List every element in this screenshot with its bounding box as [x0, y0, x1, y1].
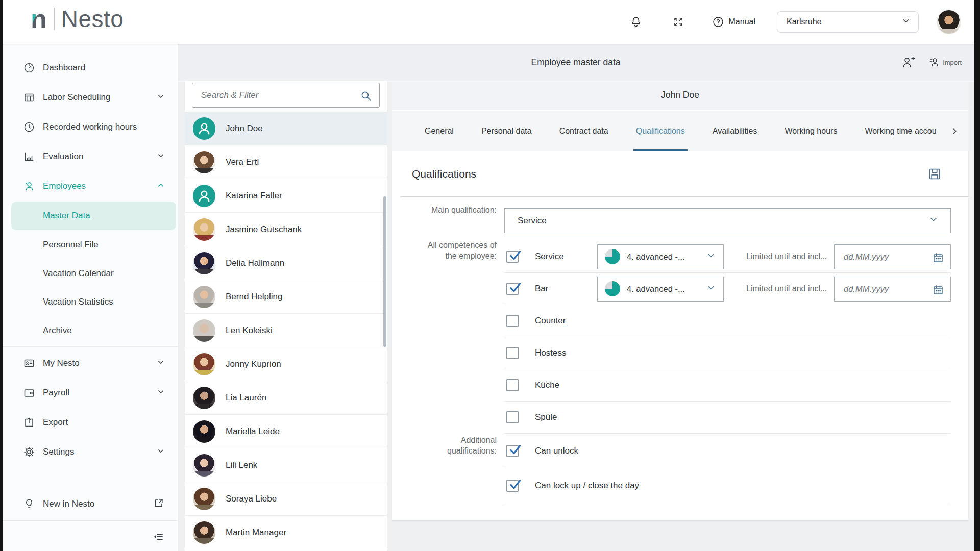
list-scrollbar[interactable] — [383, 196, 386, 347]
sidebar-item-personnel-file[interactable]: Personnel File — [3, 231, 178, 259]
employee-row[interactable]: Len Koleiski — [185, 314, 387, 347]
nesto-logo[interactable]: n Nesto — [31, 5, 124, 33]
competence-name: Counter — [535, 316, 597, 326]
sidebar-item-master-data[interactable]: Master Data — [11, 202, 176, 230]
additional-checkbox[interactable] — [506, 445, 519, 457]
sidebar-item-employees[interactable]: Employees — [3, 171, 178, 201]
logo-wordmark: Nesto — [61, 5, 124, 33]
limited-date-field — [834, 277, 951, 302]
sidebar-item-label: Vacation Calendar — [43, 268, 114, 279]
employee-row[interactable]: Vera Ertl — [185, 145, 387, 179]
competences-list: Service 4. advanced -... Limited until a… — [504, 241, 951, 503]
date-input[interactable] — [835, 284, 930, 294]
employee-row[interactable]: Lia Laurén — [185, 381, 387, 415]
location-value: Karlsruhe — [787, 17, 821, 27]
main-qualification-value: Service — [518, 216, 547, 226]
card-divider — [401, 196, 968, 197]
fullscreen-button[interactable] — [672, 16, 684, 28]
main-qualification-select[interactable]: Service — [504, 208, 951, 233]
manual-label: Manual — [729, 17, 755, 27]
competence-level-select[interactable]: 4. advanced -... — [597, 277, 724, 302]
notifications-button[interactable] — [629, 15, 643, 29]
employee-row[interactable]: Katarina Faller — [185, 179, 387, 213]
chevron-down-icon — [706, 251, 716, 263]
employee-name: Vera Ertl — [226, 157, 259, 167]
employee-row[interactable]: Bernd Helpling — [185, 280, 387, 314]
competence-row-spuele: Spüle — [504, 402, 951, 434]
collapse-sidebar-button[interactable] — [152, 525, 164, 548]
competence-checkbox[interactable] — [506, 251, 519, 263]
calendar-icon[interactable] — [932, 284, 944, 298]
logo-n-mark: n — [31, 6, 47, 32]
save-icon — [927, 167, 942, 181]
sidebar-item-new-in-nesto[interactable]: New in Nesto — [3, 490, 178, 518]
employee-row[interactable]: Jasmine Gutschank — [185, 213, 387, 246]
employee-name: Lia Laurén — [226, 393, 266, 403]
tab-contract-data[interactable]: Contract data — [559, 111, 608, 151]
competence-level-select[interactable]: 4. advanced -... — [597, 244, 724, 269]
sidebar: Dashboard Labor Scheduling Recorded work… — [3, 44, 178, 551]
competence-row-service: Service 4. advanced -... Limited until a… — [504, 241, 951, 273]
competence-checkbox[interactable] — [506, 379, 519, 391]
additional-row-can-lock-up: Can lock up / close the day — [504, 468, 951, 503]
sidebar-item-label: Export — [43, 417, 68, 428]
sidebar-item-recorded-working-hours[interactable]: Recorded working hours — [3, 112, 178, 142]
search-container — [185, 81, 387, 114]
employee-row[interactable]: Delia Hallmann — [185, 246, 387, 280]
avatar — [193, 353, 215, 375]
bar-chart-icon — [23, 151, 35, 163]
employee-name: Lili Lenk — [226, 460, 257, 470]
sidebar-item-labor-scheduling[interactable]: Labor Scheduling — [3, 83, 178, 112]
lightbulb-icon — [23, 498, 35, 510]
sidebar-item-evaluation[interactable]: Evaluation — [3, 142, 178, 171]
tabs-overflow-button[interactable] — [949, 111, 960, 151]
employee-row[interactable]: Martin Manager — [185, 516, 387, 549]
avatar — [193, 488, 215, 510]
sidebar-item-vacation-calendar[interactable]: Vacation Calendar — [3, 259, 178, 288]
employee-row[interactable]: Jonny Kuprion — [185, 347, 387, 381]
wallet-icon — [23, 387, 35, 399]
location-select[interactable]: Karlsruhe — [777, 11, 919, 33]
import-employees-button[interactable]: Import — [929, 56, 962, 68]
avatar — [193, 117, 215, 140]
sidebar-item-label: New in Nesto — [43, 499, 94, 509]
sidebar-item-dashboard[interactable]: Dashboard — [3, 53, 178, 83]
competence-row-kueche: Küche — [504, 369, 951, 402]
additional-checkbox[interactable] — [506, 480, 519, 492]
tab-qualifications[interactable]: Qualifications — [636, 111, 685, 151]
sidebar-item-settings[interactable]: Settings — [3, 437, 178, 467]
detail-tabs: General Personal data Contract data Qual… — [392, 111, 968, 151]
employee-row[interactable]: John Doe — [185, 112, 387, 145]
calendar-icon[interactable] — [932, 252, 944, 266]
add-employee-button[interactable] — [901, 55, 916, 69]
employee-row[interactable]: Mariella Leide — [185, 415, 387, 448]
competence-checkbox[interactable] — [506, 283, 519, 295]
schedule-grid-icon — [23, 91, 35, 104]
sidebar-item-vacation-statistics[interactable]: Vacation Statistics — [3, 288, 178, 316]
competence-checkbox[interactable] — [506, 411, 519, 423]
sidebar-item-my-nesto[interactable]: My Nesto — [3, 348, 178, 378]
tab-personal-data[interactable]: Personal data — [481, 111, 532, 151]
chevron-down-icon — [156, 151, 165, 163]
employee-row[interactable]: Soraya Liebe — [185, 482, 387, 516]
manual-button[interactable]: Manual — [712, 16, 755, 28]
user-avatar[interactable] — [937, 10, 961, 34]
employee-name: Soraya Liebe — [226, 494, 277, 504]
sidebar-item-label: Employees — [43, 181, 86, 191]
sidebar-item-export[interactable]: Export — [3, 408, 178, 437]
tab-working-hours[interactable]: Working hours — [785, 111, 838, 151]
employee-name: John Doe — [226, 123, 263, 134]
tab-working-time-accounts[interactable]: Working time accou — [865, 111, 936, 151]
date-input[interactable] — [835, 252, 930, 262]
competence-checkbox[interactable] — [506, 315, 519, 327]
sidebar-item-archive[interactable]: Archive — [3, 316, 178, 345]
tab-general[interactable]: General — [425, 111, 454, 151]
card-header: Qualifications — [392, 151, 968, 196]
tab-availabilities[interactable]: Availabilities — [713, 111, 757, 151]
sidebar-item-payroll[interactable]: Payroll — [3, 378, 178, 408]
competence-checkbox[interactable] — [506, 347, 519, 359]
save-button[interactable] — [927, 167, 942, 181]
help-circle-icon — [712, 16, 724, 28]
employee-row[interactable]: Lili Lenk — [185, 448, 387, 482]
search-input[interactable] — [192, 83, 380, 108]
